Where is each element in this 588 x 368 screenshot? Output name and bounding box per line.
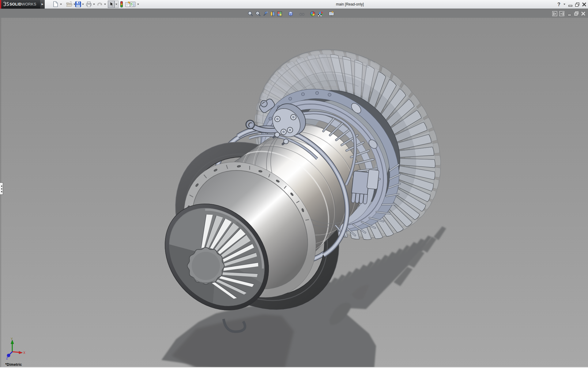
svg-text:Z: Z xyxy=(6,357,8,360)
svg-text:X: X xyxy=(23,351,25,355)
svg-text:Y: Y xyxy=(11,337,13,341)
svg-text:?: ? xyxy=(557,2,560,7)
